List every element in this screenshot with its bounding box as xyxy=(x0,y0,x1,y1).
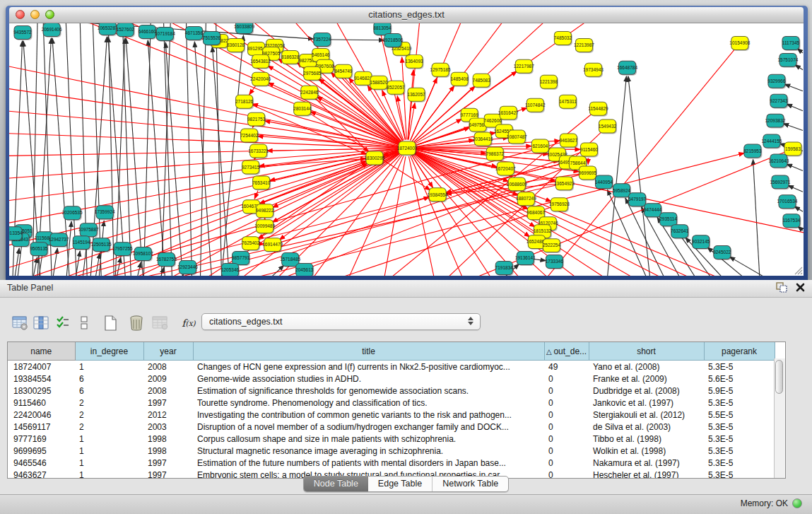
column-header-name[interactable]: name xyxy=(8,342,75,361)
graph-node[interactable]: 15692971 xyxy=(770,175,790,189)
graph-node[interactable]: 9032145 xyxy=(692,235,710,250)
graph-node[interactable]: 22420046 xyxy=(250,72,271,86)
table-row[interactable]: 911546021997Tourette syndrome. Phenomeno… xyxy=(8,397,775,409)
graph-node[interactable]: 19734943 xyxy=(583,63,604,77)
table-row[interactable]: 946554611997Estimation of the future num… xyxy=(8,457,775,469)
graph-node[interactable]: 10807487 xyxy=(507,130,527,144)
graph-node[interactable]: 1364093 xyxy=(405,54,423,69)
table-row[interactable]: 969969511998Structural magnetic resonanc… xyxy=(8,445,775,457)
graph-node[interactable]: 9227343 xyxy=(770,94,788,108)
table-settings-icon[interactable] xyxy=(10,313,31,333)
graph-node[interactable]: 18724007 xyxy=(397,141,418,156)
function-builder-icon[interactable]: f(x) xyxy=(177,313,201,333)
column-header-pagerank[interactable]: pagerank xyxy=(704,342,775,361)
graph-node[interactable]: 9273415 xyxy=(242,160,260,175)
graph-node[interactable]: 2975685 xyxy=(303,66,322,81)
graph-node[interactable]: 17016534 xyxy=(777,195,797,209)
tab-node-table[interactable]: Node Table xyxy=(304,477,368,491)
table-row[interactable]: 1456911722003Disruption of a novel membe… xyxy=(8,421,775,433)
graph-node[interactable]: 6479197 xyxy=(628,193,647,207)
graph-node[interactable]: 10099489 xyxy=(254,220,275,234)
graph-node[interactable]: 8360128 xyxy=(227,38,245,52)
graph-node[interactable]: 1733346 xyxy=(546,255,564,269)
graph-node[interactable]: 2242846 xyxy=(300,86,319,100)
graph-node[interactable]: 11074842 xyxy=(525,98,546,112)
graph-node[interactable]: 7191834 xyxy=(495,262,514,276)
graph-node[interactable]: 4671358 xyxy=(185,26,204,40)
column-header-title[interactable]: title xyxy=(193,342,544,361)
graph-node[interactable]: 18807249 xyxy=(516,192,536,206)
graph-node[interactable]: 2803144 xyxy=(293,102,312,116)
graph-node[interactable]: 17359924 xyxy=(95,206,115,220)
table-row[interactable]: 1872400712008Changes of HCN gene express… xyxy=(8,361,775,373)
graph-node[interactable]: 9463627 xyxy=(560,134,578,148)
graph-node[interactable]: 1145194 xyxy=(73,236,91,250)
graph-node[interactable]: 1167534 xyxy=(783,214,801,228)
table-row[interactable]: 1938455462009Genome-wide association stu… xyxy=(8,373,775,385)
graph-node[interactable]: 1475311 xyxy=(559,95,577,109)
graph-node[interactable]: 16720407 xyxy=(495,162,516,176)
graph-node[interactable]: 2522254 xyxy=(543,239,561,253)
graph-node[interactable]: 1117345 xyxy=(782,36,801,50)
graph-node[interactable]: 16782753 xyxy=(156,253,177,267)
float-panel-icon[interactable] xyxy=(776,282,787,293)
select-columns-icon[interactable] xyxy=(52,313,73,333)
graph-node[interactable]: 8454749 xyxy=(334,64,353,78)
graph-node[interactable]: 10975887 xyxy=(78,223,99,238)
column-header-out_de[interactable]: △ out_de... xyxy=(544,342,589,361)
graph-node[interactable]: 16033809 xyxy=(234,23,254,35)
column-header-in_degree[interactable]: in_degree xyxy=(75,342,143,361)
graph-node[interactable]: 19218506 xyxy=(383,33,404,47)
graph-node[interactable]: 18300295 xyxy=(364,151,384,165)
graph-node[interactable]: 1205346 xyxy=(221,264,240,276)
graph-node[interactable]: 1588520 xyxy=(370,76,388,90)
graph-node[interactable]: 12444155 xyxy=(761,134,782,148)
graph-node[interactable]: 10154908 xyxy=(729,36,750,50)
graph-node[interactable]: 12975185 xyxy=(430,63,451,77)
graph-node[interactable]: 9821753 xyxy=(247,112,266,127)
graph-node[interactable]: 12923446 xyxy=(177,261,198,275)
graph-node[interactable]: 1221398 xyxy=(540,75,558,89)
graph-node[interactable]: 9329966 xyxy=(767,74,786,88)
graph-node[interactable]: 7986372 xyxy=(486,147,505,161)
graph-node[interactable]: 7254402 xyxy=(240,129,259,143)
graph-node[interactable]: 16543812 xyxy=(250,54,271,69)
resize-grip-icon[interactable] xyxy=(793,265,803,275)
graph-node[interactable]: 9115460 xyxy=(580,143,599,157)
graph-node[interactable]: 8186328 xyxy=(281,50,300,64)
graph-node[interactable]: 7515526 xyxy=(203,31,221,45)
column-header-year[interactable]: year xyxy=(143,342,193,361)
graph-node[interactable]: 20691406 xyxy=(42,23,62,37)
graph-node[interactable]: 13654923 xyxy=(554,177,575,191)
graph-node[interactable]: 1527602 xyxy=(117,23,135,37)
graph-node[interactable]: 19756928 xyxy=(549,198,570,212)
graph-node[interactable]: 7357224 xyxy=(313,33,331,47)
graph-node[interactable]: 7485083 xyxy=(473,74,491,88)
tab-network-table[interactable]: Network Table xyxy=(432,477,508,491)
graph-node[interactable]: 9699695 xyxy=(579,166,597,180)
graph-node[interactable]: 12213987 xyxy=(574,38,594,52)
graph-node[interactable]: 20364416 xyxy=(473,132,493,146)
graph-node[interactable]: 12942737 xyxy=(49,233,69,247)
node-table[interactable]: namein_degreeyeartitle△ out_de...shortpa… xyxy=(7,341,786,479)
delete-table-icon[interactable] xyxy=(126,313,147,333)
show-columns-icon[interactable] xyxy=(31,313,52,333)
graph-node[interactable]: 7625402 xyxy=(242,237,260,251)
network-canvas[interactable]: 1872400718300295193845549777169649756874… xyxy=(9,23,804,276)
graph-node[interactable]: 9435572 xyxy=(13,25,32,40)
table-row[interactable]: 1830029562008Estimation of significance … xyxy=(8,385,775,397)
table-select[interactable]: citations_edges.txt xyxy=(201,313,481,330)
window-titlebar[interactable]: citations_edges.txt xyxy=(9,7,804,23)
graph-node[interactable]: 9498222 xyxy=(256,204,274,218)
table-scrollbar[interactable] xyxy=(774,358,785,479)
graph-node[interactable]: 2045613 xyxy=(295,264,314,276)
graph-node[interactable]: 1913354 xyxy=(9,227,23,241)
graph-node[interactable]: 8522057 xyxy=(387,81,405,95)
graph-node[interactable]: 159583 xyxy=(784,142,803,156)
table-scrollbar-thumb[interactable] xyxy=(775,360,783,394)
new-table-icon[interactable] xyxy=(100,313,122,333)
graph-node[interactable]: 16914479 xyxy=(262,238,283,252)
row-height-icon[interactable] xyxy=(73,313,95,333)
graph-node[interactable]: 8215953 xyxy=(743,144,762,158)
network-svg[interactable]: 1872400718300295193845549777169649756874… xyxy=(9,23,804,276)
